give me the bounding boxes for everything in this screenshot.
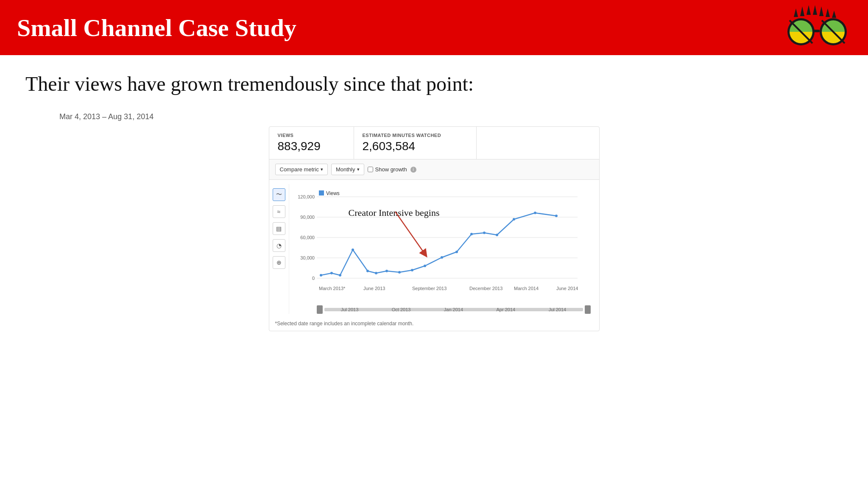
svg-rect-21 [813, 30, 820, 32]
svg-text:June 2014: June 2014 [556, 286, 578, 291]
chart-area: 〜 ≈ ▤ ◔ ⊕ Creator Intensive begins [269, 180, 599, 318]
analytics-panel: VIEWS 883,929 ESTIMATED MINUTES WATCHED … [269, 126, 600, 331]
line-chart-icon[interactable]: 〜 [273, 188, 285, 201]
info-icon[interactable]: i [410, 167, 416, 173]
minutes-value: 2,603,584 [363, 140, 468, 153]
timeline-label-2: Oct 2013 [392, 307, 411, 312]
compare-metric-button[interactable]: Compare metric [275, 164, 328, 175]
svg-point-56 [496, 234, 498, 236]
views-metric: VIEWS 883,929 [269, 127, 354, 159]
svg-marker-6 [832, 11, 836, 18]
chart-container: Creator Intensive begins [289, 184, 599, 314]
show-growth-checkbox[interactable] [368, 167, 373, 172]
svg-point-50 [411, 269, 413, 271]
svg-point-58 [534, 212, 536, 214]
svg-text:June 2013: June 2013 [363, 286, 385, 291]
svg-marker-0 [794, 8, 798, 17]
svg-point-44 [339, 274, 341, 277]
logo-icon [775, 4, 851, 51]
timeline-scrubber: Jul 2013 Oct 2013 Jan 2014 Apr 2014 Jul … [293, 304, 591, 314]
svg-point-51 [424, 265, 426, 267]
svg-point-47 [375, 272, 377, 274]
svg-point-42 [320, 274, 322, 277]
svg-point-45 [352, 249, 354, 251]
timeline-label-3: Jan 2014 [444, 307, 463, 312]
timeline-label-5: Jul 2014 [549, 307, 567, 312]
empty-metric [477, 127, 599, 159]
svg-point-59 [555, 215, 558, 217]
svg-text:March 2014: March 2014 [514, 286, 539, 291]
svg-text:Views: Views [326, 190, 340, 196]
svg-point-54 [470, 233, 473, 235]
views-value: 883,929 [278, 140, 345, 153]
svg-text:September 2013: September 2013 [412, 286, 447, 291]
page-title: Small Channel Case Study [17, 14, 296, 42]
chart-icons: 〜 ≈ ▤ ◔ ⊕ [269, 184, 289, 314]
svg-text:0: 0 [312, 276, 314, 281]
svg-point-55 [483, 232, 486, 234]
svg-marker-4 [819, 6, 823, 16]
svg-point-43 [330, 272, 333, 274]
subtitle-text: Their views have grown tremendously sinc… [25, 72, 843, 95]
geo-chart-icon[interactable]: ⊕ [273, 256, 285, 269]
svg-text:December 2013: December 2013 [469, 286, 502, 291]
svg-point-49 [398, 271, 401, 274]
metrics-row: VIEWS 883,929 ESTIMATED MINUTES WATCHED … [269, 127, 599, 159]
svg-text:90,000: 90,000 [300, 215, 315, 220]
smooth-line-icon[interactable]: ≈ [273, 205, 285, 218]
footer-note: *Selected date range includes an incompl… [269, 318, 599, 331]
svg-text:120,000: 120,000 [298, 194, 315, 199]
monthly-button[interactable]: Monthly [331, 164, 364, 175]
minutes-metric: ESTIMATED MINUTES WATCHED 2,603,584 [354, 127, 477, 159]
svg-marker-1 [800, 6, 804, 16]
svg-point-53 [455, 251, 458, 253]
scrubber-left-handle[interactable] [317, 305, 323, 314]
area-chart-icon[interactable]: ▤ [273, 222, 285, 235]
svg-point-57 [513, 218, 515, 221]
svg-text:March 2013*: March 2013* [319, 286, 346, 291]
controls-row: Compare metric Monthly Show growth i [269, 159, 599, 180]
minutes-label: ESTIMATED MINUTES WATCHED [363, 133, 468, 138]
svg-marker-2 [807, 5, 811, 15]
pie-chart-icon[interactable]: ◔ [273, 239, 285, 252]
views-label: VIEWS [278, 133, 345, 138]
show-growth-label[interactable]: Show growth [368, 166, 407, 173]
svg-text:30,000: 30,000 [300, 255, 315, 260]
svg-marker-5 [826, 8, 830, 17]
header: Small Channel Case Study [0, 0, 868, 55]
svg-marker-3 [813, 5, 817, 15]
svg-line-22 [395, 212, 425, 254]
date-range: Mar 4, 2013 – Aug 31, 2014 [51, 112, 817, 121]
annotation-arrow [391, 207, 442, 258]
timeline-label-1: Jul 2013 [341, 307, 359, 312]
timeline-label-4: Apr 2014 [497, 307, 516, 312]
scrubber-right-handle[interactable] [585, 305, 591, 314]
svg-point-48 [385, 270, 388, 272]
svg-point-46 [366, 270, 369, 272]
svg-text:60,000: 60,000 [300, 235, 315, 240]
main-content: Their views have grown tremendously sinc… [0, 55, 868, 348]
svg-rect-40 [319, 190, 324, 196]
